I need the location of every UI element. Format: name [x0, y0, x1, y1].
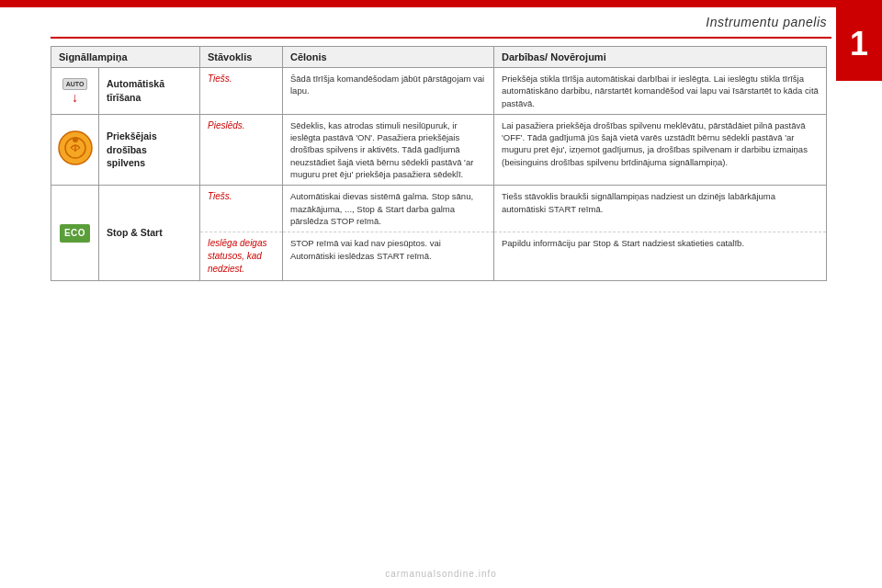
- signal-name-stop-start: Stop & Start: [99, 186, 200, 281]
- svg-point-2: [73, 137, 78, 142]
- auto-arrow: ↓: [72, 91, 78, 104]
- top-bar: [0, 0, 882, 7]
- status-auto: Tiešs.: [200, 68, 283, 115]
- cause-airbag: Sēdeklis, kas atrodas stimuli nesilūpuru…: [283, 114, 494, 185]
- signal-name-airbag: Priekšējaisdrošībasspilvens: [99, 114, 200, 185]
- header: Instrumentu panelis: [0, 7, 882, 37]
- airbag-icon: [57, 130, 94, 166]
- table-row: Priekšējaisdrošībasspilvens Pieslēds. Sē…: [51, 114, 827, 185]
- icon-cell-airbag: [51, 114, 99, 185]
- main-table: Signāllampiņa Stāvoklis Cēlonis Darbības…: [51, 46, 827, 514]
- status-stop-start-2: Ieslēga deigas statusos, kad nedziest.: [200, 232, 283, 281]
- header-title: Instrumentu panelis: [706, 15, 827, 29]
- table-row: ECO Stop & Start Tiešs. Automātiskai die…: [51, 186, 827, 232]
- action-stop-start-1: Tiešs stāvoklis braukši signāllampiņas n…: [494, 186, 827, 232]
- signal-name-auto: Automātiskātīrīšana: [99, 68, 200, 115]
- cause-auto: Šādā tīrīšja komandēšodam jābūt pārstāgo…: [283, 68, 494, 115]
- icon-cell-auto: AUTO ↓: [51, 68, 99, 115]
- action-auto: Priekšēja stikla tīrīšja automātiskai da…: [494, 68, 827, 115]
- header-line: [51, 37, 831, 39]
- col-header-cause: Cēlonis: [283, 47, 494, 68]
- status-airbag: Pieslēds.: [200, 114, 283, 185]
- eco-icon: ECO: [60, 224, 90, 243]
- icon-cell-eco: ECO: [51, 186, 99, 281]
- auto-text: AUTO: [62, 78, 88, 91]
- chapter-tab: 1: [836, 7, 882, 81]
- data-table: Signāllampiņa Stāvoklis Cēlonis Darbības…: [51, 46, 827, 281]
- status-stop-start-1: Tiešs.: [200, 186, 283, 232]
- table-row: AUTO ↓ Automātiskātīrīšana Tiešs. Šādā t…: [51, 68, 827, 115]
- auto-icon: AUTO ↓: [55, 78, 95, 105]
- chapter-number: 1: [850, 25, 868, 63]
- col-header-action: Darbības/ Novērojumi: [494, 47, 827, 68]
- watermark: carmanualsondine.info: [385, 569, 497, 579]
- cause-stop-start-1: Automātiskai dievas sistēmā galma. Stop …: [283, 186, 494, 232]
- bottom-bar: carmanualsondine.info: [0, 569, 882, 579]
- col-header-signal: Signāllampiņa: [51, 47, 200, 68]
- action-airbag: Lai pasažiera priekšēja drošības spilven…: [494, 114, 827, 185]
- cause-stop-start-2: STOP reīmā vai kad nav piesūptos. vai Au…: [283, 232, 494, 281]
- action-stop-start-2: Papildu informāciju par Stop & Start nad…: [494, 232, 827, 281]
- col-header-status: Stāvoklis: [200, 47, 283, 68]
